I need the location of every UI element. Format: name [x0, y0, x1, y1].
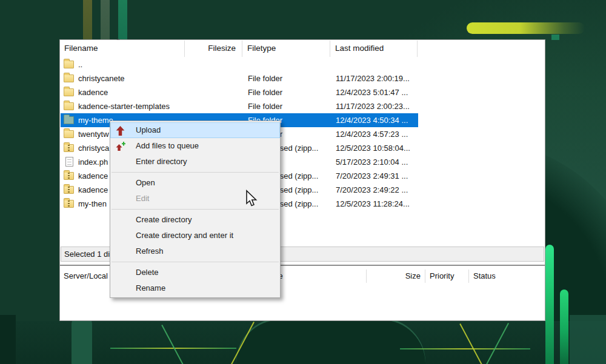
mouse-cursor-icon	[243, 190, 259, 210]
zip-archive-icon	[64, 172, 74, 180]
column-divider[interactable]	[468, 270, 469, 283]
column-header-filesize[interactable]: Filesize	[187, 44, 236, 53]
menu-item-create-directory-and-enter[interactable]: Create directory and enter it	[110, 228, 280, 243]
decor-stripe-teal	[118, 0, 127, 40]
menu-item-upload[interactable]: Upload	[110, 122, 280, 138]
column-header-filetype[interactable]: Filetype	[247, 44, 276, 53]
queue-column-status[interactable]: Status	[473, 271, 496, 280]
menu-item-refresh[interactable]: Refresh	[110, 243, 280, 259]
zip-archive-icon	[64, 200, 74, 208]
file-row[interactable]: ..	[61, 58, 418, 71]
column-divider[interactable]	[242, 41, 242, 57]
zip-archive-icon	[64, 144, 74, 152]
file-row[interactable]: kadence File folder 12/4/2023 5:01:47 ..…	[61, 85, 418, 99]
decor-bottom-silhouette	[236, 320, 425, 364]
column-divider[interactable]	[425, 270, 425, 283]
menu-separator	[112, 262, 279, 262]
menu-item-rename[interactable]: Rename	[110, 280, 280, 296]
menu-item-add-files-to-queue[interactable]: Add files to queue	[110, 138, 280, 154]
column-divider[interactable]	[366, 270, 367, 283]
screen: Filename ˆ Filesize Filetype Last modifi…	[0, 0, 606, 364]
sort-ascending-icon: ˆ	[117, 38, 119, 47]
folder-icon	[64, 61, 74, 68]
decor-teal-chip	[551, 35, 559, 40]
decor-neon-line	[400, 348, 530, 349]
folder-icon	[64, 102, 74, 110]
column-divider[interactable]	[417, 41, 418, 57]
decor-stripe-gray-green	[101, 0, 110, 40]
selection-status-text: Selected 1 di	[64, 250, 110, 259]
decor-bottom-right-column	[570, 315, 606, 364]
decor-yellow-pill	[467, 22, 585, 34]
column-header-last-modified[interactable]: Last modified	[335, 44, 384, 53]
file-row[interactable]: christycanete File folder 11/17/2023 2:0…	[61, 71, 418, 85]
document-icon	[65, 157, 73, 167]
menu-item-create-directory[interactable]: Create directory	[110, 212, 280, 228]
decor-green-bar-tall	[545, 245, 554, 364]
folder-icon	[64, 130, 74, 138]
decor-stripe-olive	[83, 0, 92, 40]
menu-item-delete[interactable]: Delete	[110, 265, 280, 280]
column-divider[interactable]	[330, 41, 330, 57]
folder-icon	[64, 88, 74, 96]
folder-icon	[64, 116, 74, 124]
upload-arrow-icon	[116, 125, 125, 135]
menu-item-enter-directory[interactable]: Enter directory	[110, 154, 280, 170]
queue-column-size[interactable]: Size	[375, 271, 421, 280]
zip-archive-icon	[64, 186, 74, 194]
column-divider[interactable]	[184, 41, 185, 57]
folder-icon	[64, 74, 74, 82]
decor-green-bar-short	[560, 290, 568, 364]
menu-separator	[112, 172, 279, 173]
add-to-queue-arrow-icon	[116, 141, 125, 151]
column-header-filename[interactable]: Filename	[64, 44, 98, 53]
menu-item-open[interactable]: Open	[110, 175, 280, 191]
decor-bottom-cylinder	[72, 317, 92, 364]
file-row[interactable]: kadence-starter-templates File folder 11…	[61, 99, 418, 113]
decor-bottom-dark-bar	[0, 315, 16, 364]
queue-column-priority[interactable]: Priority	[430, 271, 454, 280]
